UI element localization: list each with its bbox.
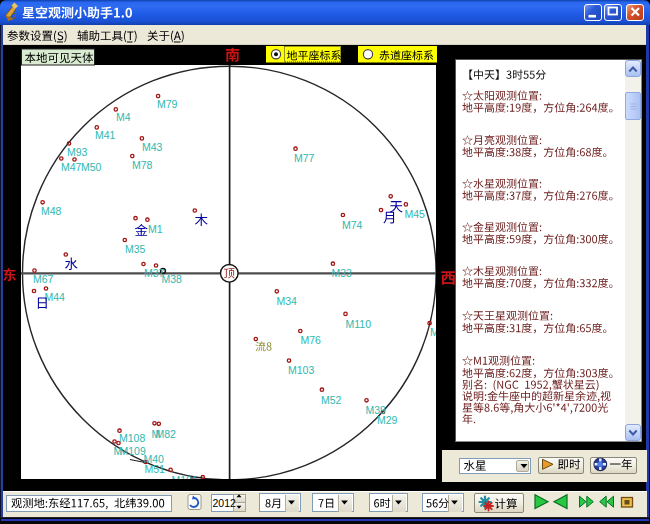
svg-text:M1: M1	[148, 223, 163, 235]
svg-text:M101: M101	[172, 474, 198, 486]
svg-text:M82: M82	[156, 428, 177, 440]
svg-text:M41: M41	[95, 129, 116, 141]
svg-text:M74: M74	[342, 219, 363, 231]
svg-text:M67: M67	[33, 273, 54, 285]
svg-text:M79: M79	[157, 98, 178, 110]
svg-text:M109: M109	[120, 445, 146, 457]
svg-text:M76: M76	[301, 334, 322, 346]
svg-text:M110: M110	[346, 318, 372, 330]
svg-text:M103: M103	[288, 364, 314, 376]
svg-text:M48: M48	[41, 205, 62, 217]
svg-text:M35: M35	[125, 243, 146, 255]
svg-text:M47: M47	[61, 161, 82, 173]
svg-text:M93: M93	[67, 146, 88, 158]
svg-text:2012: 2012	[213, 497, 237, 509]
svg-text:M29: M29	[377, 414, 398, 426]
svg-text:M78: M78	[132, 159, 153, 171]
svg-text:M52: M52	[321, 394, 342, 406]
svg-text:M: M	[430, 326, 439, 338]
svg-text:M51: M51	[145, 463, 166, 475]
svg-text:M77: M77	[294, 152, 315, 164]
svg-text:M50: M50	[81, 161, 102, 173]
svg-text:M44: M44	[45, 291, 66, 303]
svg-text:M34: M34	[277, 295, 298, 307]
svg-text:M33: M33	[332, 267, 353, 279]
svg-text:M108: M108	[119, 432, 145, 444]
svg-text:M38: M38	[162, 273, 183, 285]
svg-text:M43: M43	[142, 141, 163, 153]
svg-text:M4: M4	[116, 111, 131, 123]
svg-text:M45: M45	[405, 208, 426, 220]
